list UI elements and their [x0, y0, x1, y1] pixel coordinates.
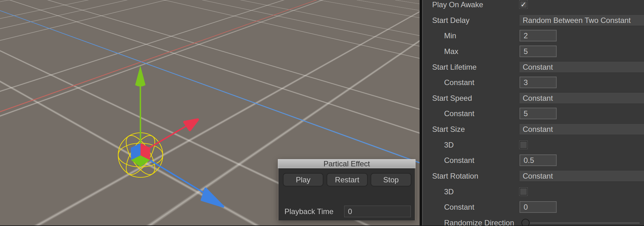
start-lifetime-constant-label: Constant [444, 75, 474, 90]
start-lifetime-constant-field[interactable]: 3 [520, 77, 557, 88]
start-size-constant-field[interactable]: 0.5 [520, 154, 557, 166]
scene-viewport[interactable]: Partical Effect Play Restart Stop Playba… [0, 0, 420, 226]
particle-effect-window-titlebar[interactable]: Partical Effect [278, 159, 416, 168]
start-size-dropdown[interactable]: Constant [520, 123, 644, 135]
inspector-row-randomize-direction: Randomize Direction [423, 215, 644, 226]
start-speed-constant-label: Constant [444, 106, 474, 121]
inspector-row-start-delay: Start DelayRandom Between Two Constant [423, 13, 644, 28]
inspector-row-start-rotation-3d: 3D [423, 184, 644, 199]
play-on-awake-checkbox[interactable]: ✓ [520, 1, 527, 8]
start-delay-dropdown[interactable]: Random Between Two Constant [520, 14, 644, 26]
start-lifetime-label: Start Lifetime [432, 60, 476, 75]
randomize-direction-slider-knob[interactable] [521, 219, 530, 226]
start-delay-min-label: Min [444, 28, 456, 43]
start-speed-label: Start Speed [432, 91, 472, 106]
start-speed-dropdown[interactable]: Constant [520, 92, 644, 104]
start-rotation-constant-label: Constant [444, 200, 474, 215]
randomize-direction-slider[interactable] [520, 215, 640, 226]
start-delay-min-field[interactable]: 2 [520, 30, 557, 41]
inspector-row-start-speed-constant: Constant5 [423, 106, 644, 121]
particle-effect-window: Partical Effect Play Restart Stop Playba… [278, 159, 416, 220]
start-rotation-label: Start Rotation [432, 169, 478, 184]
inspector-row-play-on-awake: Play On Awake✓ [423, 0, 644, 12]
start-rotation-3d-checkbox[interactable] [520, 188, 527, 196]
ground-grid [0, 0, 420, 67]
check-icon: ✓ [520, 1, 526, 8]
inspector-row-start-size-3d: 3D [423, 137, 644, 153]
start-delay-label: Start Delay [432, 13, 470, 28]
start-speed-constant-field[interactable]: 5 [520, 108, 557, 119]
inspector-row-start-lifetime: Start LifetimeConstant [423, 60, 644, 75]
inspector-row-start-rotation: Start RotationConstant [423, 169, 644, 184]
play-button[interactable]: Play [283, 173, 323, 186]
inspector-row-start-lifetime-constant: Constant3 [423, 75, 644, 90]
inspector-panel: Play On Awake✓Start DelayRandom Between … [422, 0, 644, 226]
inspector-row-start-size-constant: Constant0.5 [423, 153, 644, 168]
play-on-awake-label: Play On Awake [432, 0, 483, 12]
inspector-row-start-size: Start SizeConstant [423, 122, 644, 137]
start-delay-max-field[interactable]: 5 [520, 46, 557, 57]
particle-effect-window-title: Partical Effect [323, 159, 370, 168]
start-delay-max-label: Max [444, 44, 458, 59]
start-size-constant-label: Constant [444, 153, 474, 168]
playback-time-label: Playback Time [284, 206, 333, 217]
playback-time-field[interactable]: 0 [344, 206, 411, 217]
inspector-row-start-delay-max: Max5 [423, 44, 644, 59]
start-rotation-3d-label: 3D [444, 184, 454, 199]
start-size-3d-label: 3D [444, 137, 454, 153]
panel-divider[interactable] [420, 0, 422, 226]
inspector-row-start-rotation-constant: Constant0 [423, 200, 644, 215]
restart-button[interactable]: Restart [327, 173, 368, 186]
randomize-direction-slider-track [530, 223, 640, 223]
inspector-row-start-delay-min: Min2 [423, 28, 644, 43]
particle-effect-window-body: Play Restart Stop Playback Time 0 [278, 168, 415, 220]
inspector-row-start-speed: Start SpeedConstant [423, 91, 644, 106]
randomize-direction-label: Randomize Direction [444, 215, 514, 226]
start-rotation-constant-field[interactable]: 0 [520, 201, 557, 213]
start-rotation-dropdown[interactable]: Constant [520, 170, 644, 182]
stop-button[interactable]: Stop [371, 173, 411, 186]
start-lifetime-dropdown[interactable]: Constant [520, 61, 644, 73]
start-size-3d-checkbox[interactable] [520, 141, 527, 149]
start-size-label: Start Size [432, 122, 465, 137]
